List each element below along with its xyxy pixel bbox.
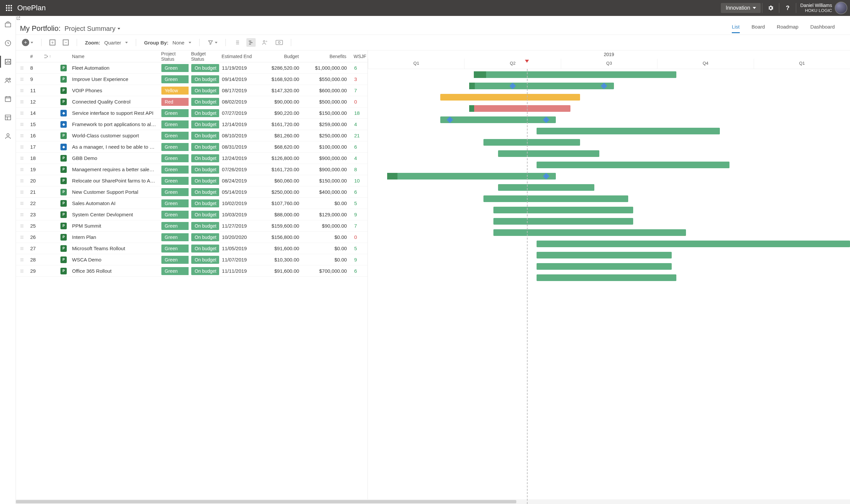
- table-row[interactable]: 12PConnected Quality ControlRedOn budget…: [16, 96, 367, 108]
- gantt-bar[interactable]: [440, 94, 580, 101]
- nav-profile-icon[interactable]: [3, 131, 13, 141]
- gantt-bar[interactable]: [537, 162, 729, 168]
- expand-button[interactable]: +: [48, 38, 57, 47]
- gantt-row[interactable]: [368, 238, 850, 250]
- workspace-selector[interactable]: Innovation: [721, 3, 761, 13]
- gantt-bar[interactable]: [474, 71, 676, 78]
- gantt-row[interactable]: [368, 159, 850, 170]
- row-menu-icon[interactable]: [16, 223, 28, 228]
- gantt-bar[interactable]: [537, 274, 676, 281]
- gantt-bar[interactable]: [498, 150, 599, 157]
- settings-icon[interactable]: [764, 1, 778, 15]
- cell-name[interactable]: New Customer Support Portal: [69, 189, 159, 195]
- cell-name[interactable]: WSCA Demo: [69, 257, 159, 263]
- col-budget-status[interactable]: Budget Status: [188, 51, 219, 62]
- gantt-row[interactable]: [368, 216, 850, 227]
- tab-board[interactable]: Board: [752, 24, 765, 33]
- avatar[interactable]: [835, 2, 847, 14]
- row-menu-icon[interactable]: [16, 122, 28, 127]
- table-row[interactable]: 11PVOIP PhonesYellowOn budget08/17/2019$…: [16, 85, 367, 96]
- timeline-panel[interactable]: 2019 Q1Q2Q3Q4Q1: [368, 50, 850, 504]
- gantt-bar[interactable]: [537, 252, 672, 258]
- nav-people-icon[interactable]: [3, 76, 13, 85]
- collapse-button[interactable]: −: [62, 38, 70, 47]
- cell-name[interactable]: GBB Demo: [69, 155, 159, 161]
- row-menu-icon[interactable]: [16, 269, 28, 273]
- cell-name[interactable]: System Center Devlopment: [69, 212, 159, 217]
- groupby-control[interactable]: Group By: None: [143, 38, 193, 47]
- gantt-bar[interactable]: [493, 218, 633, 224]
- gantt-view-icon[interactable]: [246, 38, 256, 47]
- cell-name[interactable]: Management requires a better sales rep..…: [69, 166, 159, 172]
- table-row[interactable]: 19PManagement requires a better sales re…: [16, 164, 367, 175]
- gantt-bar[interactable]: [469, 105, 570, 112]
- gantt-row[interactable]: [368, 193, 850, 204]
- gantt-bar[interactable]: [483, 195, 628, 202]
- table-row[interactable]: 16PWorld-Class customer supportGreenOn b…: [16, 130, 367, 141]
- row-menu-icon[interactable]: [16, 66, 28, 70]
- add-button[interactable]: +: [21, 37, 35, 48]
- col-wsjf[interactable]: WSJF: [349, 54, 367, 59]
- table-row[interactable]: 8PFleet AutomationGreenOn budget11/19/20…: [16, 62, 367, 74]
- gantt-bar[interactable]: [440, 116, 556, 123]
- row-menu-icon[interactable]: [16, 190, 28, 194]
- cell-name[interactable]: World-Class customer support: [69, 133, 159, 138]
- cell-name[interactable]: Connected Quality Control: [69, 99, 159, 105]
- row-menu-icon[interactable]: [16, 88, 28, 93]
- table-row[interactable]: 20PRelocate our SharePoint farms to Azur…: [16, 175, 367, 186]
- gantt-row[interactable]: [368, 103, 850, 114]
- gantt-row[interactable]: [368, 69, 850, 80]
- row-menu-icon[interactable]: [16, 212, 28, 217]
- table-row[interactable]: 29POffice 365 RolloutGreenOn budget11/11…: [16, 266, 367, 277]
- col-name[interactable]: Name: [69, 54, 159, 59]
- gantt-row[interactable]: [368, 92, 850, 103]
- cell-name[interactable]: PPM Summit: [69, 223, 159, 229]
- gantt-row[interactable]: [368, 182, 850, 193]
- gantt-bar[interactable]: [537, 128, 720, 134]
- row-menu-icon[interactable]: [16, 167, 28, 172]
- table-row[interactable]: 9PImprove User ExperienceGreenOn budget0…: [16, 74, 367, 85]
- gantt-row[interactable]: [368, 261, 850, 272]
- table-row[interactable]: 22PSales Automaton AIGreenOn budget10/02…: [16, 198, 367, 209]
- tab-list[interactable]: List: [732, 24, 740, 33]
- gantt-bar[interactable]: [537, 240, 850, 247]
- row-menu-icon[interactable]: [16, 246, 28, 251]
- horizontal-scrollbar[interactable]: [16, 499, 850, 504]
- col-estimated-end[interactable]: Estimated End: [219, 54, 257, 59]
- gantt-bar[interactable]: [498, 184, 594, 191]
- gantt-bar[interactable]: [493, 229, 686, 236]
- nav-portfolio-icon[interactable]: [3, 57, 13, 66]
- row-menu-icon[interactable]: [16, 257, 28, 262]
- popout-icon[interactable]: [16, 16, 850, 21]
- gantt-bar[interactable]: [387, 173, 556, 180]
- cell-name[interactable]: As a manager, I need to be able to view.…: [69, 144, 159, 150]
- row-menu-icon[interactable]: [16, 145, 28, 149]
- tab-dashboard[interactable]: Dashboard: [811, 24, 835, 33]
- nav-clock-icon[interactable]: [3, 38, 13, 48]
- help-icon[interactable]: ?: [781, 1, 795, 15]
- row-menu-icon[interactable]: [16, 156, 28, 161]
- table-row[interactable]: 15◆Framework to port applications to all…: [16, 119, 367, 130]
- row-menu-icon[interactable]: [16, 201, 28, 206]
- zoom-control[interactable]: Zoom: Quarter: [84, 38, 129, 47]
- nav-board-icon[interactable]: [3, 113, 13, 122]
- cell-name[interactable]: Office 365 Rollout: [69, 268, 159, 274]
- gantt-bar[interactable]: [469, 83, 614, 89]
- table-row[interactable]: 18PGBB DemoGreenOn budget12/24/2019$126,…: [16, 152, 367, 164]
- nav-briefcase-icon[interactable]: [3, 20, 13, 29]
- list-view-icon[interactable]: [232, 38, 242, 47]
- row-menu-icon[interactable]: [16, 77, 28, 82]
- cell-name[interactable]: Sales Automaton AI: [69, 200, 159, 206]
- gantt-row[interactable]: [368, 170, 850, 182]
- col-budget[interactable]: Budget: [257, 54, 301, 59]
- row-menu-icon[interactable]: [16, 179, 28, 183]
- gantt-bar[interactable]: [537, 263, 672, 270]
- table-row[interactable]: 21PNew Customer Support PortalGreenOn bu…: [16, 186, 367, 198]
- app-launcher-icon[interactable]: [3, 2, 15, 14]
- cell-name[interactable]: VOIP Phones: [69, 88, 159, 93]
- col-benefits[interactable]: Benefits: [301, 54, 349, 59]
- nav-calendar-icon[interactable]: [3, 94, 13, 104]
- resource-view-icon[interactable]: [260, 38, 270, 47]
- gantt-row[interactable]: [368, 204, 850, 216]
- row-menu-icon[interactable]: [16, 111, 28, 115]
